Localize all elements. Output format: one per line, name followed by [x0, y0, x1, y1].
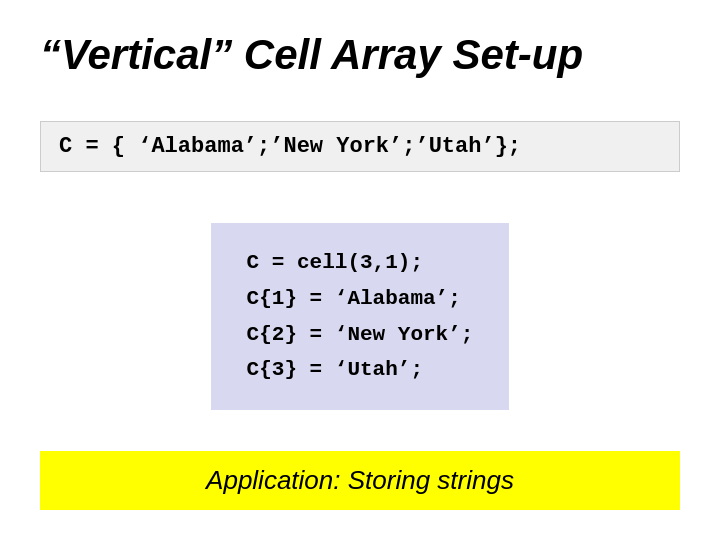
code-block: C = cell(3,1); C{1} = ‘Alabama’; C{2} = … [211, 223, 510, 410]
top-code-text: C = { ‘Alabama’;’New York’;’Utah’}; [59, 134, 521, 159]
code-line-2: C{1} = ‘Alabama’; [247, 281, 474, 317]
code-line-4: C{3} = ‘Utah’; [247, 352, 474, 388]
code-block-container: C = cell(3,1); C{1} = ‘Alabama’; C{2} = … [40, 223, 680, 410]
title-text: Vertical [61, 31, 211, 78]
slide: “Vertical” Cell Array Set-up C = { ‘Alab… [0, 0, 720, 540]
top-code-line: C = { ‘Alabama’;’New York’;’Utah’}; [40, 121, 680, 172]
code-line-1: C = cell(3,1); [247, 245, 474, 281]
slide-title: “Vertical” Cell Array Set-up [40, 30, 680, 80]
bottom-label: Application: Storing strings [206, 465, 514, 495]
title-rest: Cell Array Set-up [232, 31, 583, 78]
bottom-bar: Application: Storing strings [40, 451, 680, 510]
open-quote: “ [40, 31, 61, 78]
code-line-3: C{2} = ‘New York’; [247, 317, 474, 353]
close-quote: ” [211, 31, 232, 78]
